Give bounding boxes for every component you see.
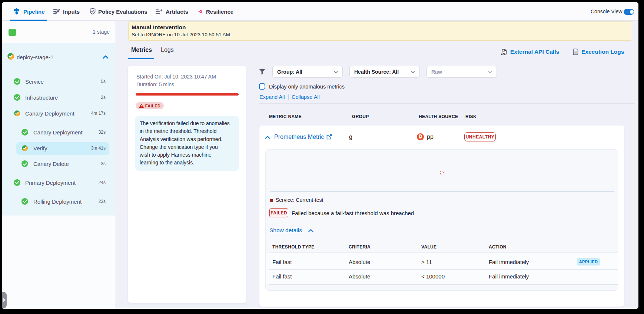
svg-text:API: API (501, 53, 505, 56)
